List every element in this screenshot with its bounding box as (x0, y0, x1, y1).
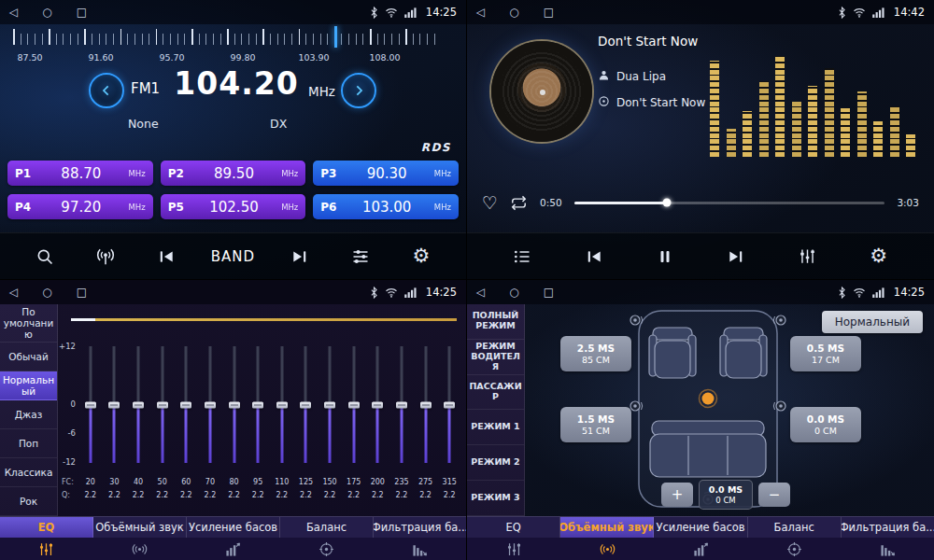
eq-band-slider[interactable] (437, 346, 461, 463)
eq-band-slider[interactable] (198, 346, 222, 463)
home-icon[interactable]: ○ (509, 7, 518, 18)
tab-balance[interactable]: Баланс (748, 517, 842, 538)
tab-filter[interactable]: Фильтрация ба... (374, 517, 466, 538)
band-handle[interactable] (348, 401, 360, 408)
tab-balance[interactable]: Баланс (280, 517, 374, 538)
back-icon[interactable]: ◁ (476, 7, 485, 18)
eq-band-slider[interactable] (318, 346, 342, 463)
eq-band-slider[interactable] (103, 346, 127, 463)
bass-icon[interactable] (187, 538, 280, 560)
tab-surround-sound[interactable]: Объёмный звук (560, 517, 654, 538)
eq-band-slider[interactable] (270, 346, 294, 463)
band-handle[interactable] (108, 401, 120, 408)
pause-icon[interactable] (649, 238, 681, 275)
sliders-icon[interactable] (345, 238, 376, 275)
delay-front-left-button[interactable]: 2.5 MS 85 CM (560, 336, 631, 371)
band-handle[interactable] (420, 401, 432, 408)
recents-icon[interactable]: □ (544, 287, 554, 298)
band-handle[interactable] (180, 401, 191, 408)
settings-gear-icon[interactable]: ⚙ (863, 238, 895, 275)
favorite-icon[interactable]: ♡ (482, 194, 498, 212)
band-handle[interactable] (85, 401, 96, 408)
surround-icon[interactable] (93, 538, 187, 560)
tab-eq[interactable]: EQ (0, 517, 93, 538)
broadcast-icon[interactable] (90, 238, 121, 275)
surround-icon[interactable] (560, 538, 654, 560)
filter-icon[interactable] (841, 538, 934, 560)
eq-preset-item[interactable]: По умолчанию (0, 304, 57, 343)
eq-band-slider[interactable] (389, 346, 414, 463)
delay-rear-left-button[interactable]: 1.5 MS 51 CM (560, 407, 631, 442)
previous-station-icon[interactable] (150, 238, 182, 275)
back-icon[interactable]: ◁ (476, 287, 485, 298)
eq-icon[interactable] (0, 538, 93, 560)
recents-icon[interactable]: □ (77, 7, 87, 18)
eq-band-slider[interactable] (294, 346, 318, 463)
eq-icon[interactable] (467, 538, 560, 560)
progress-knob[interactable] (663, 199, 672, 207)
settings-gear-icon[interactable]: ⚙ (405, 238, 437, 275)
eq-preset-item[interactable]: Поп (0, 429, 57, 458)
eq-band-slider[interactable] (150, 346, 175, 463)
eq-band-slider[interactable] (175, 346, 199, 463)
eq-preset-item[interactable]: Джаз (0, 400, 57, 429)
eq-preset-item[interactable]: Нормальный (0, 371, 57, 400)
recents-icon[interactable]: □ (544, 7, 554, 18)
back-icon[interactable]: ◁ (9, 287, 18, 298)
eq-band-slider[interactable] (126, 346, 150, 463)
band-handle[interactable] (444, 401, 455, 408)
surround-preset-button[interactable]: Нормальный (822, 311, 923, 333)
band-handle[interactable] (252, 401, 263, 408)
surround-mode-item[interactable]: РЕЖИМ 1 (467, 410, 524, 445)
next-station-icon[interactable] (284, 238, 316, 275)
delay-rear-right-button[interactable]: 0.0 MS 0 CM (790, 407, 861, 442)
tab-bass-boost[interactable]: Усиление басов (187, 517, 280, 538)
tab-filter[interactable]: Фильтрация ба... (842, 517, 934, 538)
band-handle[interactable] (229, 401, 240, 408)
balance-icon[interactable] (279, 538, 373, 560)
band-handle[interactable] (133, 401, 144, 408)
delay-increase-button[interactable]: + (661, 483, 693, 507)
tune-down-button[interactable] (89, 73, 124, 108)
bass-icon[interactable] (654, 538, 747, 560)
delay-decrease-button[interactable]: − (758, 483, 790, 507)
balance-icon[interactable] (747, 538, 841, 560)
radio-preset-p4-button[interactable]: P497.20MHz (7, 194, 153, 219)
radio-preset-p3-button[interactable]: P390.30MHz (313, 161, 459, 186)
radio-preset-p6-button[interactable]: P6103.00MHz (313, 194, 459, 219)
eq-band-slider[interactable] (342, 346, 366, 463)
search-icon[interactable] (29, 238, 61, 275)
band-handle[interactable] (372, 401, 383, 408)
recents-icon[interactable]: □ (77, 287, 87, 298)
band-handle[interactable] (157, 401, 168, 408)
next-track-icon[interactable] (720, 238, 752, 275)
surround-mode-item[interactable]: РЕЖИМ 2 (467, 445, 524, 481)
home-icon[interactable]: ○ (42, 287, 51, 298)
band-handle[interactable] (300, 401, 311, 408)
band-handle[interactable] (276, 401, 288, 408)
preamp-slider[interactable] (71, 318, 457, 321)
eq-preset-item[interactable]: Обычай (0, 343, 57, 371)
radio-preset-p2-button[interactable]: P289.50MHz (161, 161, 306, 186)
home-icon[interactable]: ○ (42, 7, 51, 18)
filter-icon[interactable] (373, 538, 466, 560)
tune-up-button[interactable] (341, 73, 376, 108)
surround-mode-item[interactable]: ПОЛНЫЙ РЕЖИМ (467, 304, 524, 340)
previous-track-icon[interactable] (578, 238, 610, 275)
eq-preset-item[interactable]: Рок (0, 487, 57, 516)
band-button[interactable]: BAND (211, 238, 255, 275)
repeat-icon[interactable] (510, 194, 528, 212)
eq-band-slider[interactable] (246, 346, 270, 463)
tab-eq[interactable]: EQ (467, 517, 560, 538)
band-handle[interactable] (324, 401, 335, 408)
eq-band-slider[interactable] (222, 346, 247, 463)
radio-preset-p1-button[interactable]: P188.70MHz (7, 161, 153, 186)
eq-preset-item[interactable]: Классика (0, 458, 57, 487)
playlist-icon[interactable] (506, 238, 538, 275)
surround-mode-item[interactable]: ПАССАЖИР (467, 375, 524, 411)
delay-front-right-button[interactable]: 0.5 MS 17 CM (790, 336, 861, 371)
surround-mode-item[interactable]: РЕЖИМ ВОДИТЕЛЯ (467, 340, 524, 375)
tab-surround-sound[interactable]: Объёмный звук (93, 517, 187, 538)
mixer-icon[interactable] (791, 238, 823, 275)
progress-bar[interactable] (574, 202, 885, 204)
